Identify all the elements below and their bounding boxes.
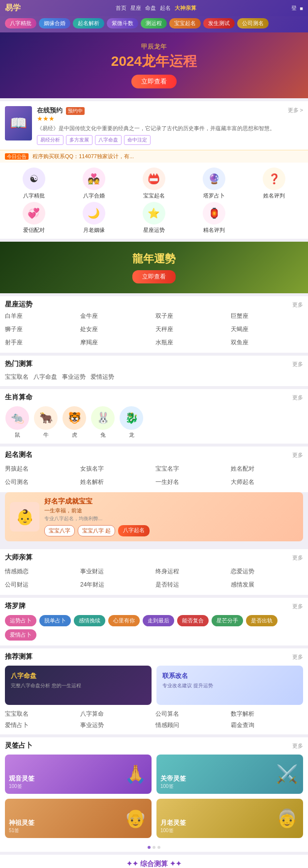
tarot-tag-3[interactable]: 心里有你 (108, 615, 140, 626)
book-tag-3[interactable]: 命中注定 (124, 135, 151, 145)
horoscope-7[interactable]: 天蝎座 (231, 324, 303, 335)
icon-item-bazijingpi[interactable]: ☯ 八字精批 (5, 168, 62, 199)
icon-item-peidu[interactable]: 💞 爱侣配对 (5, 202, 62, 234)
rec-list-6[interactable]: 情感顾问 (155, 721, 228, 729)
tarot-tag-0[interactable]: 运势占卜 (5, 615, 36, 626)
horoscope-6[interactable]: 天秤座 (155, 324, 228, 335)
quick-fasheng[interactable]: 发生测试 (203, 18, 235, 28)
rec-list-5[interactable]: 事业运势 (80, 721, 153, 729)
master-6[interactable]: 是否转运 (155, 580, 228, 590)
tarot-tag-4[interactable]: 走到最后 (143, 615, 174, 626)
recommend-more[interactable]: 更多 (292, 653, 303, 661)
name-5[interactable]: 姓名解析 (80, 477, 153, 487)
nav-item-name[interactable]: 起名 (160, 4, 171, 12)
banner-btn[interactable]: 立即查看 (131, 75, 177, 88)
nav-item-star[interactable]: 星座 (130, 4, 141, 12)
menu-btn[interactable]: ■ (300, 5, 303, 11)
shengxiao-2[interactable]: 🐯 虎 (62, 406, 87, 439)
master-2[interactable]: 终身运程 (155, 566, 228, 577)
lingzhan-card-1[interactable]: 关帝灵签 100签 ⚔️ (156, 755, 303, 794)
shengxiao-4[interactable]: 🐉 龙 (119, 406, 144, 439)
tarot-tag-1[interactable]: 脱单占卜 (39, 615, 71, 626)
rec-list-0[interactable]: 宝宝取名 (5, 710, 77, 718)
tarot-tag-5[interactable]: 能否复合 (177, 615, 209, 626)
shengxiao-0[interactable]: 🐀 鼠 (5, 406, 30, 439)
rec-list-1[interactable]: 八字算命 (80, 710, 153, 718)
master-1[interactable]: 事业财运 (80, 566, 153, 577)
icon-item-xingzuo[interactable]: ⭐ 星座运势 (125, 202, 183, 234)
name-6[interactable]: 一生好名 (155, 477, 228, 487)
tarot-tag-7[interactable]: 是否出轨 (246, 615, 277, 626)
shengxiao-3[interactable]: 🐰 兔 (91, 406, 115, 439)
shengxiao-1[interactable]: 🐂 牛 (33, 406, 58, 439)
tarot-tag-8[interactable]: 爱情占卜 (5, 629, 36, 641)
quick-ziwei[interactable]: 紫微斗数 (107, 18, 138, 28)
horoscope-10[interactable]: 水瓶座 (155, 337, 228, 348)
book-tag-2[interactable]: 八字命盘 (95, 135, 122, 145)
naming-more[interactable]: 更多 (292, 451, 303, 459)
login-btn[interactable]: 登 (291, 4, 297, 12)
quick-qiming[interactable]: 起名解析 (73, 18, 104, 28)
name-2[interactable]: 宝宝名字 (155, 464, 228, 474)
book-tag-0[interactable]: 易经分析 (37, 135, 63, 145)
horoscope-2[interactable]: 双子座 (155, 311, 228, 321)
promo-main-btn[interactable]: 八字起名 (118, 525, 150, 536)
horoscope-8[interactable]: 射手座 (5, 337, 77, 348)
tarot-more[interactable]: 更多 (292, 603, 303, 610)
quick-baobao[interactable]: 宝宝起名 (169, 18, 201, 28)
name-4[interactable]: 公司测名 (5, 477, 77, 487)
lingzhan-card-0[interactable]: 观音灵签 100签 🙏 (5, 755, 152, 794)
nav-item-master[interactable]: 大神亲算 (175, 4, 196, 12)
name-3[interactable]: 姓名配对 (231, 464, 303, 474)
rec-list-4[interactable]: 爱情占卜 (5, 721, 77, 729)
nav-item-home[interactable]: 首页 (116, 4, 126, 12)
lingzhan-card-2[interactable]: 神祖灵签 51签 👴 (5, 799, 152, 838)
rec-list-2[interactable]: 公司算名 (155, 710, 228, 718)
master-calc-more[interactable]: 更多 (292, 554, 303, 561)
lingzhan-card-3[interactable]: 月老灵签 100签 👵 (156, 799, 303, 838)
hot-calc-more[interactable]: 更多 (292, 361, 303, 368)
horoscope-0[interactable]: 白羊座 (5, 311, 77, 321)
hot-calc-0[interactable]: 宝宝取名 (5, 373, 29, 381)
icon-item-tarot[interactable]: 🔮 塔罗占卜 (185, 168, 243, 199)
quick-yinyuan[interactable]: 姻缘合婚 (39, 18, 70, 28)
horoscope-9[interactable]: 摩羯座 (80, 337, 153, 348)
horoscope-11[interactable]: 双鱼座 (231, 337, 303, 348)
rec-list-3[interactable]: 数字解析 (231, 710, 303, 718)
shengxiao-more[interactable]: 更多 (292, 394, 303, 401)
name-0[interactable]: 男孩起名 (5, 464, 77, 474)
promo-tag1[interactable]: 宝宝八字 (44, 525, 75, 536)
horoscope-more[interactable]: 更多 (292, 301, 303, 308)
rec-list-7[interactable]: 霸金查询 (231, 721, 303, 729)
recommend-card-0[interactable]: 八字命盘 完整八字命盘分析 您的一生运程 (5, 666, 152, 705)
master-0[interactable]: 情感婚恋 (5, 566, 77, 577)
horoscope-4[interactable]: 狮子座 (5, 324, 77, 335)
master-3[interactable]: 恋爱运势 (231, 566, 303, 577)
book-more[interactable]: 更多 > (288, 107, 303, 114)
icon-item-yuelao[interactable]: 🌙 月老姻缘 (65, 202, 123, 234)
quick-bazijingpi[interactable]: 八字精批 (5, 18, 36, 28)
master-4[interactable]: 公司财运 (5, 580, 77, 590)
book-tag-1[interactable]: 多方发展 (66, 135, 92, 145)
icon-item-xingming[interactable]: ❓ 姓名评判 (246, 168, 303, 199)
horoscope-5[interactable]: 处女座 (80, 324, 153, 335)
hot-calc-1[interactable]: 八字命盘 (33, 373, 57, 381)
name-1[interactable]: 女孩名字 (80, 464, 153, 474)
promo-tag2[interactable]: 宝宝八字 起 (78, 525, 115, 536)
icon-item-bahehun[interactable]: 💑 八字合婚 (65, 168, 123, 199)
dragon-btn[interactable]: 立即查看 (132, 270, 176, 283)
master-7[interactable]: 感情发展 (231, 580, 303, 590)
name-7[interactable]: 大师起名 (231, 477, 303, 487)
quick-ceyun[interactable]: 测运程 (141, 18, 167, 28)
icon-item-jingming[interactable]: 🏮 精名评判 (185, 202, 243, 234)
horoscope-1[interactable]: 金牛座 (80, 311, 153, 321)
quick-gongsi[interactable]: 公司测名 (237, 18, 269, 28)
lingzhan-more[interactable]: 更多 (292, 742, 303, 750)
master-5[interactable]: 24年财运 (80, 580, 153, 590)
icon-item-baobaoqiming[interactable]: 📛 宝宝起名 (125, 168, 183, 199)
hot-calc-3[interactable]: 爱情运势 (91, 373, 114, 381)
horoscope-3[interactable]: 巨蟹座 (231, 311, 303, 321)
nav-item-fate[interactable]: 命盘 (145, 4, 156, 12)
hot-calc-2[interactable]: 事业运势 (62, 373, 86, 381)
tarot-tag-6[interactable]: 星芒分手 (212, 615, 243, 626)
